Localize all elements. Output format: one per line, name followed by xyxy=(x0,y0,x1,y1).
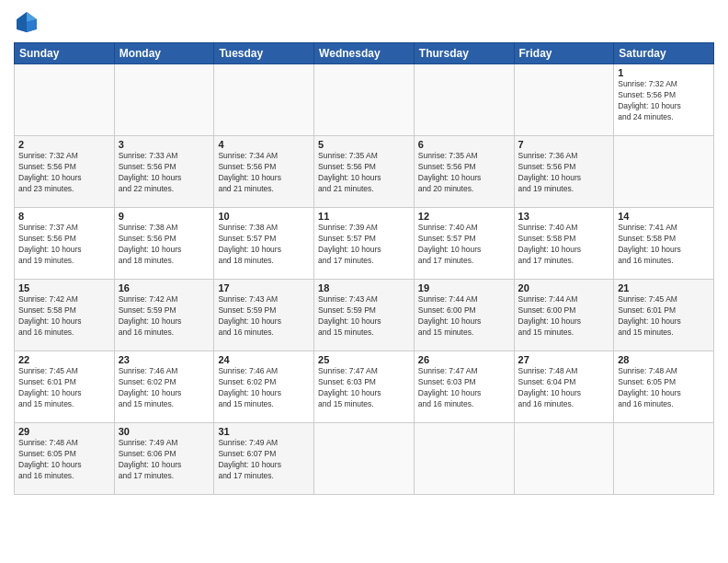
calendar-cell: 31Sunrise: 7:49 AM Sunset: 6:07 PM Dayli… xyxy=(214,423,314,495)
calendar-cell: 1Sunrise: 7:32 AM Sunset: 5:56 PM Daylig… xyxy=(614,64,714,136)
calendar-cell xyxy=(314,423,415,495)
calendar-cell: 27Sunrise: 7:48 AM Sunset: 6:04 PM Dayli… xyxy=(514,351,614,423)
day-info: Sunrise: 7:35 AM Sunset: 5:56 PM Dayligh… xyxy=(318,151,410,195)
day-info: Sunrise: 7:43 AM Sunset: 5:59 PM Dayligh… xyxy=(318,294,410,339)
calendar-cell: 11Sunrise: 7:39 AM Sunset: 5:57 PM Dayli… xyxy=(314,208,415,280)
day-info: Sunrise: 7:45 AM Sunset: 6:01 PM Dayligh… xyxy=(618,294,710,339)
day-info: Sunrise: 7:46 AM Sunset: 6:02 PM Dayligh… xyxy=(119,366,210,410)
calendar-cell: 25Sunrise: 7:47 AM Sunset: 6:03 PM Dayli… xyxy=(314,351,415,423)
calendar-cell: 16Sunrise: 7:42 AM Sunset: 5:59 PM Dayli… xyxy=(114,280,214,351)
calendar-header-monday: Monday xyxy=(114,43,214,64)
day-info: Sunrise: 7:32 AM Sunset: 5:56 PM Dayligh… xyxy=(18,151,110,195)
day-info: Sunrise: 7:49 AM Sunset: 6:07 PM Dayligh… xyxy=(218,438,310,482)
calendar-cell: 30Sunrise: 7:49 AM Sunset: 6:06 PM Dayli… xyxy=(114,423,214,495)
day-info: Sunrise: 7:42 AM Sunset: 5:59 PM Dayligh… xyxy=(119,294,210,339)
calendar-header-wednesday: Wednesday xyxy=(314,43,415,64)
calendar-header-saturday: Saturday xyxy=(614,43,714,64)
calendar-cell: 14Sunrise: 7:41 AM Sunset: 5:58 PM Dayli… xyxy=(614,208,714,280)
calendar-cell: 28Sunrise: 7:48 AM Sunset: 6:05 PM Dayli… xyxy=(614,351,714,423)
calendar-cell: 7Sunrise: 7:36 AM Sunset: 5:56 PM Daylig… xyxy=(514,136,614,208)
calendar-cell: 10Sunrise: 7:38 AM Sunset: 5:57 PM Dayli… xyxy=(214,208,314,280)
day-number: 8 xyxy=(18,211,110,222)
day-number: 31 xyxy=(218,426,310,437)
day-number: 21 xyxy=(618,282,710,293)
calendar-cell: 21Sunrise: 7:45 AM Sunset: 6:01 PM Dayli… xyxy=(614,280,714,351)
calendar-cell xyxy=(614,423,714,495)
day-number: 4 xyxy=(218,139,310,150)
day-number: 14 xyxy=(618,211,710,222)
day-info: Sunrise: 7:43 AM Sunset: 5:59 PM Dayligh… xyxy=(218,294,310,339)
day-info: Sunrise: 7:48 AM Sunset: 6:05 PM Dayligh… xyxy=(18,438,110,482)
day-info: Sunrise: 7:45 AM Sunset: 6:01 PM Dayligh… xyxy=(18,366,110,410)
calendar-cell xyxy=(314,64,415,136)
calendar-week-4: 15Sunrise: 7:42 AM Sunset: 5:58 PM Dayli… xyxy=(15,280,714,351)
day-number: 26 xyxy=(418,354,510,365)
calendar-week-6: 29Sunrise: 7:48 AM Sunset: 6:05 PM Dayli… xyxy=(15,423,714,495)
day-info: Sunrise: 7:39 AM Sunset: 5:57 PM Dayligh… xyxy=(318,223,410,267)
day-info: Sunrise: 7:47 AM Sunset: 6:03 PM Dayligh… xyxy=(418,366,510,410)
day-info: Sunrise: 7:42 AM Sunset: 5:58 PM Dayligh… xyxy=(18,294,110,339)
day-number: 19 xyxy=(418,282,510,293)
day-number: 2 xyxy=(18,139,110,150)
day-info: Sunrise: 7:46 AM Sunset: 6:02 PM Dayligh… xyxy=(218,366,310,410)
day-number: 27 xyxy=(518,354,610,365)
day-info: Sunrise: 7:47 AM Sunset: 6:03 PM Dayligh… xyxy=(318,366,410,410)
calendar-cell: 20Sunrise: 7:44 AM Sunset: 6:00 PM Dayli… xyxy=(514,280,614,351)
calendar-cell: 2Sunrise: 7:32 AM Sunset: 5:56 PM Daylig… xyxy=(15,136,115,208)
day-number: 10 xyxy=(218,211,310,222)
calendar-cell: 12Sunrise: 7:40 AM Sunset: 5:57 PM Dayli… xyxy=(414,208,514,280)
calendar-header-sunday: Sunday xyxy=(15,43,115,64)
calendar-cell: 15Sunrise: 7:42 AM Sunset: 5:58 PM Dayli… xyxy=(15,280,115,351)
day-number: 9 xyxy=(119,211,210,222)
day-number: 13 xyxy=(518,211,610,222)
day-number: 1 xyxy=(618,67,710,78)
calendar-cell: 4Sunrise: 7:34 AM Sunset: 5:56 PM Daylig… xyxy=(214,136,314,208)
day-number: 16 xyxy=(119,282,210,293)
calendar-cell xyxy=(214,64,314,136)
calendar-cell xyxy=(514,423,614,495)
day-info: Sunrise: 7:41 AM Sunset: 5:58 PM Dayligh… xyxy=(618,223,710,267)
day-number: 29 xyxy=(18,426,110,437)
day-number: 5 xyxy=(318,139,410,150)
calendar-week-5: 22Sunrise: 7:45 AM Sunset: 6:01 PM Dayli… xyxy=(15,351,714,423)
day-info: Sunrise: 7:32 AM Sunset: 5:56 PM Dayligh… xyxy=(618,79,710,123)
calendar-cell xyxy=(614,136,714,208)
calendar-cell: 3Sunrise: 7:33 AM Sunset: 5:56 PM Daylig… xyxy=(114,136,214,208)
day-info: Sunrise: 7:48 AM Sunset: 6:04 PM Dayligh… xyxy=(518,366,610,410)
calendar-week-2: 2Sunrise: 7:32 AM Sunset: 5:56 PM Daylig… xyxy=(15,136,714,208)
page-header xyxy=(14,9,714,35)
calendar-cell: 5Sunrise: 7:35 AM Sunset: 5:56 PM Daylig… xyxy=(314,136,415,208)
calendar-cell: 13Sunrise: 7:40 AM Sunset: 5:58 PM Dayli… xyxy=(514,208,614,280)
day-number: 18 xyxy=(318,282,410,293)
day-info: Sunrise: 7:37 AM Sunset: 5:56 PM Dayligh… xyxy=(18,223,110,267)
calendar-cell: 18Sunrise: 7:43 AM Sunset: 5:59 PM Dayli… xyxy=(314,280,415,351)
calendar-cell: 29Sunrise: 7:48 AM Sunset: 6:05 PM Dayli… xyxy=(15,423,115,495)
calendar-cell xyxy=(514,64,614,136)
day-number: 25 xyxy=(318,354,410,365)
logo-icon xyxy=(14,9,40,35)
calendar-cell xyxy=(414,64,514,136)
calendar-header-tuesday: Tuesday xyxy=(214,43,314,64)
day-number: 12 xyxy=(418,211,510,222)
calendar-cell: 8Sunrise: 7:37 AM Sunset: 5:56 PM Daylig… xyxy=(15,208,115,280)
calendar-cell: 9Sunrise: 7:38 AM Sunset: 5:56 PM Daylig… xyxy=(114,208,214,280)
calendar-week-1: 1Sunrise: 7:32 AM Sunset: 5:56 PM Daylig… xyxy=(15,64,714,136)
calendar-table: SundayMondayTuesdayWednesdayThursdayFrid… xyxy=(14,42,714,495)
day-number: 22 xyxy=(18,354,110,365)
day-info: Sunrise: 7:38 AM Sunset: 5:56 PM Dayligh… xyxy=(119,223,210,267)
day-info: Sunrise: 7:44 AM Sunset: 6:00 PM Dayligh… xyxy=(418,294,510,339)
day-info: Sunrise: 7:33 AM Sunset: 5:56 PM Dayligh… xyxy=(119,151,210,195)
day-number: 30 xyxy=(119,426,210,437)
day-info: Sunrise: 7:48 AM Sunset: 6:05 PM Dayligh… xyxy=(618,366,710,410)
calendar-cell: 22Sunrise: 7:45 AM Sunset: 6:01 PM Dayli… xyxy=(15,351,115,423)
day-info: Sunrise: 7:40 AM Sunset: 5:57 PM Dayligh… xyxy=(418,223,510,267)
day-number: 15 xyxy=(18,282,110,293)
day-number: 7 xyxy=(518,139,610,150)
day-number: 20 xyxy=(518,282,610,293)
calendar-cell: 23Sunrise: 7:46 AM Sunset: 6:02 PM Dayli… xyxy=(114,351,214,423)
calendar-cell: 24Sunrise: 7:46 AM Sunset: 6:02 PM Dayli… xyxy=(214,351,314,423)
day-info: Sunrise: 7:49 AM Sunset: 6:06 PM Dayligh… xyxy=(119,438,210,482)
calendar-header-row: SundayMondayTuesdayWednesdayThursdayFrid… xyxy=(15,43,714,64)
day-info: Sunrise: 7:34 AM Sunset: 5:56 PM Dayligh… xyxy=(218,151,310,195)
day-number: 11 xyxy=(318,211,410,222)
